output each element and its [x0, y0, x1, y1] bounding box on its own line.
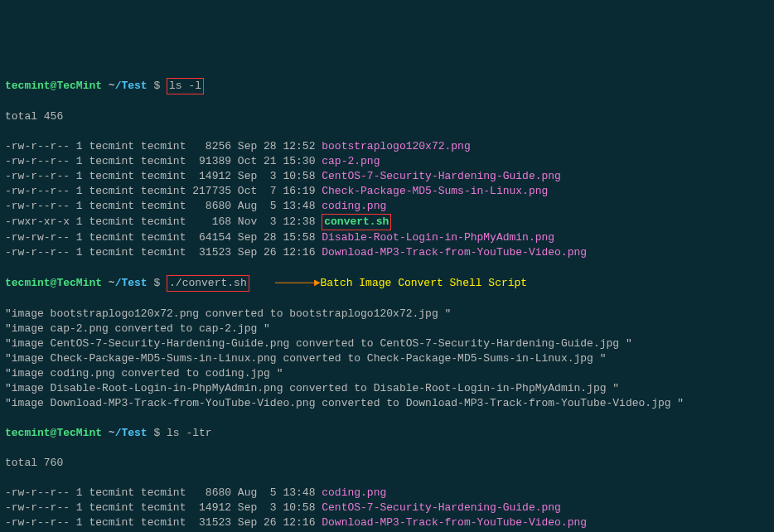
file-name: Disable-Root-Login-in-PhpMyAdmin.png	[322, 231, 554, 244]
file-name: Download-MP3-Track-from-YouTube-Video.pn…	[322, 516, 587, 529]
file-row: -rw-r--r-- 1 tecmint tecmint 217735 Oct …	[5, 184, 769, 199]
file-perms: -rwxr-xr-x 1 tecmint tecmint 168 Nov 3 1…	[5, 215, 322, 228]
file-row: -rw-r--r-- 1 tecmint tecmint 8256 Sep 28…	[5, 139, 769, 154]
file-perms: -rw-r--r-- 1 tecmint tecmint 8256 Sep 28…	[5, 140, 322, 152]
file-name: convert.sh	[324, 215, 389, 228]
file-name: Check-Package-MD5-Sums-in-Linux.png	[322, 185, 548, 197]
file-row: -rw-r--r-- 1 tecmint tecmint 31523 Sep 2…	[5, 245, 769, 260]
prompt-line-1[interactable]: tecmint@TecMint ~/Test $ ls -l	[5, 78, 769, 94]
file-row: -rw-rw-r-- 1 tecmint tecmint 64154 Sep 2…	[5, 230, 769, 245]
highlight-box-file: convert.sh	[322, 214, 391, 230]
script-output-line: "image cap-2.png converted to cap-2.jpg …	[5, 322, 769, 336]
file-perms: -rw-r--r-- 1 tecmint tecmint 91389 Oct 2…	[5, 155, 322, 167]
file-listing-2a: -rw-r--r-- 1 tecmint tecmint 8680 Aug 5 …	[5, 486, 769, 532]
command-text: ls -l	[169, 80, 201, 92]
file-row: -rw-r--r-- 1 tecmint tecmint 8680 Aug 5 …	[5, 486, 769, 501]
command-text: ls -ltr	[167, 427, 212, 439]
prompt-dollar: $	[148, 427, 167, 439]
prompt-line-2[interactable]: tecmint@TecMint ~/Test $ ./convert.sh ──…	[5, 275, 769, 292]
command-text: ./convert.sh	[169, 277, 247, 289]
file-row: -rw-r--r-- 1 tecmint tecmint 14912 Sep 3…	[5, 501, 769, 515]
annotation-arrow-icon: ──────►	[275, 277, 321, 289]
file-perms: -rw-r--r-- 1 tecmint tecmint 14912 Sep 3…	[5, 501, 322, 514]
file-perms: -rw-r--r-- 1 tecmint tecmint 8680 Aug 5 …	[5, 486, 322, 499]
prompt-dollar: $	[148, 80, 167, 92]
terminal-output: tecmint@TecMint ~/Test $ ls -l total 456…	[5, 63, 769, 532]
file-perms: -rw-r--r-- 1 tecmint tecmint 31523 Sep 2…	[5, 246, 322, 259]
file-row: -rwxr-xr-x 1 tecmint tecmint 168 Nov 3 1…	[5, 214, 769, 230]
prompt-host: TecMint	[56, 277, 102, 289]
total-line: total 760	[5, 456, 769, 471]
file-row: -rw-r--r-- 1 tecmint tecmint 8680 Aug 5 …	[5, 199, 769, 214]
highlight-box-cmd2: ./convert.sh	[167, 275, 249, 292]
prompt-user: tecmint	[5, 427, 51, 439]
total-line: total 456	[5, 109, 769, 124]
file-perms: -rw-r--r-- 1 tecmint tecmint 31523 Sep 2…	[5, 516, 322, 529]
prompt-line-3[interactable]: tecmint@TecMint ~/Test $ ls -ltr	[5, 426, 769, 441]
file-perms: -rw-rw-r-- 1 tecmint tecmint 64154 Sep 2…	[5, 231, 322, 244]
file-perms: -rw-r--r-- 1 tecmint tecmint 8680 Aug 5 …	[5, 200, 322, 212]
prompt-path: /Test	[115, 277, 148, 289]
file-name: bootstraplogo120x72.png	[322, 140, 470, 152]
file-listing-1: -rw-r--r-- 1 tecmint tecmint 8256 Sep 28…	[5, 139, 769, 260]
prompt-tilde: ~	[102, 427, 115, 439]
highlight-box-cmd1: ls -l	[167, 78, 204, 94]
file-perms: -rw-r--r-- 1 tecmint tecmint 14912 Sep 3…	[5, 170, 322, 182]
script-output-line: "image coding.png converted to coding.jp…	[5, 366, 769, 381]
script-output-line: "image Disable-Root-Login-in-PhpMyAdmin.…	[5, 381, 769, 396]
script-output-line: "image Check-Package-MD5-Sums-in-Linux.p…	[5, 351, 769, 366]
file-name: Download-MP3-Track-from-YouTube-Video.pn…	[322, 246, 587, 259]
prompt-host: TecMint	[56, 427, 102, 439]
file-row: -rw-r--r-- 1 tecmint tecmint 31523 Sep 2…	[5, 515, 769, 530]
prompt-user: tecmint	[5, 80, 51, 92]
prompt-host: TecMint	[56, 80, 102, 92]
file-row: -rw-r--r-- 1 tecmint tecmint 91389 Oct 2…	[5, 154, 769, 169]
file-name: CentOS-7-Security-Hardening-Guide.png	[322, 501, 561, 514]
prompt-tilde: ~	[102, 80, 115, 92]
prompt-dollar: $	[148, 277, 167, 289]
script-output-block: "image bootstraplogo120x72.png converted…	[5, 307, 769, 411]
script-output-line: "image bootstraplogo120x72.png converted…	[5, 307, 769, 322]
annotation-text: Batch Image Convert Shell Script	[321, 277, 528, 289]
script-output-line: "image Download-MP3-Track-from-YouTube-V…	[5, 396, 769, 411]
file-name: coding.png	[322, 200, 386, 212]
file-perms: -rw-r--r-- 1 tecmint tecmint 217735 Oct …	[5, 185, 322, 197]
prompt-tilde: ~	[102, 277, 115, 289]
script-output-line: "image CentOS-7-Security-Hardening-Guide…	[5, 336, 769, 351]
file-name: cap-2.png	[322, 155, 380, 167]
prompt-path: /Test	[115, 80, 148, 92]
file-name: coding.png	[322, 486, 386, 499]
prompt-user: tecmint	[5, 277, 51, 289]
prompt-path: /Test	[115, 427, 148, 439]
file-name: CentOS-7-Security-Hardening-Guide.png	[322, 170, 561, 182]
file-row: -rw-r--r-- 1 tecmint tecmint 14912 Sep 3…	[5, 169, 769, 184]
